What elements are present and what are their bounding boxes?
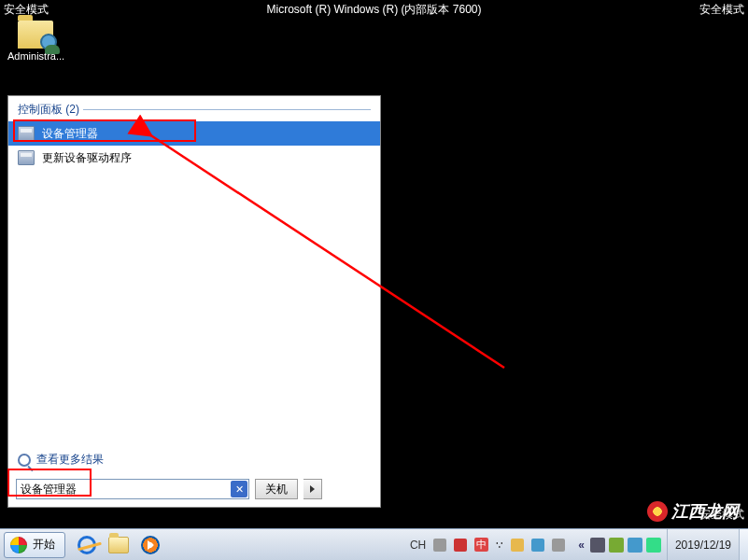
ime-tool-icon: [531, 539, 544, 552]
watermark-text: 江西龙网: [671, 500, 739, 523]
clear-search-button[interactable]: ✕: [231, 481, 247, 497]
ime-tool-icon: [511, 539, 524, 552]
start-menu-empty-area: [8, 170, 380, 446]
ime-tool-icon: [552, 539, 565, 552]
internet-explorer-icon[interactable]: [75, 533, 99, 557]
result-update-drivers[interactable]: 更新设备驱动程序: [8, 146, 380, 170]
device-manager-icon: [18, 126, 35, 141]
search-input-wrap: ✕: [16, 479, 249, 499]
ime-icon: [433, 539, 446, 552]
divider: [83, 109, 371, 110]
lang-prefix: CH: [410, 539, 426, 552]
taskbar: 开始 CH 中 ∵ « 2019/12/19: [0, 528, 748, 560]
section-header-label: 控制面板 (2): [18, 102, 79, 118]
tray-expand-button[interactable]: «: [576, 539, 586, 552]
watermark-logo-icon: [647, 501, 668, 522]
search-input[interactable]: [16, 479, 249, 499]
windows-orb-icon: [10, 537, 27, 553]
show-desktop-button[interactable]: [739, 529, 748, 560]
taskbar-date[interactable]: 2019/12/19: [667, 529, 739, 560]
search-icon: [18, 454, 31, 467]
result-label: 设备管理器: [42, 126, 98, 142]
folder-icon: [18, 21, 53, 49]
start-menu-section-header: 控制面板 (2): [8, 96, 380, 121]
start-menu-footer: ✕ 关机: [8, 473, 380, 507]
system-tray: «: [571, 538, 667, 553]
media-player-icon[interactable]: [138, 533, 162, 557]
result-device-manager[interactable]: 设备管理器: [8, 121, 380, 146]
windows-build-title: Microsoft (R) Windows (R) (内部版本 7600): [0, 2, 748, 18]
shutdown-button[interactable]: 关机: [255, 479, 298, 499]
chevron-right-icon: [310, 485, 315, 493]
start-button-label: 开始: [33, 537, 55, 553]
tray-icon[interactable]: [646, 538, 661, 553]
file-explorer-icon[interactable]: [106, 533, 131, 557]
ime-icon: [454, 539, 467, 552]
shutdown-options-button[interactable]: [303, 479, 322, 499]
watermark: 江西龙网: [647, 500, 739, 523]
ime-mode-label: 中: [474, 538, 488, 552]
start-button[interactable]: 开始: [4, 532, 65, 558]
language-bar[interactable]: CH 中 ∵: [404, 538, 571, 552]
user-badge-icon: [40, 34, 57, 50]
tray-icon[interactable]: [628, 538, 642, 553]
start-menu-panel: 控制面板 (2) 设备管理器 更新设备驱动程序 查看更多结果 ✕ 关机: [7, 95, 381, 508]
desktop-icon-administrator[interactable]: Administra...: [7, 21, 64, 62]
see-more-results[interactable]: 查看更多结果: [8, 446, 380, 473]
quick-launch: [69, 533, 168, 557]
result-label: 更新设备驱动程序: [42, 150, 132, 166]
see-more-label: 查看更多结果: [36, 452, 104, 468]
driver-update-icon: [18, 150, 35, 165]
tray-icon[interactable]: [609, 538, 624, 553]
tray-icon[interactable]: [590, 538, 605, 553]
start-menu-results-list: 设备管理器 更新设备驱动程序: [8, 121, 380, 170]
